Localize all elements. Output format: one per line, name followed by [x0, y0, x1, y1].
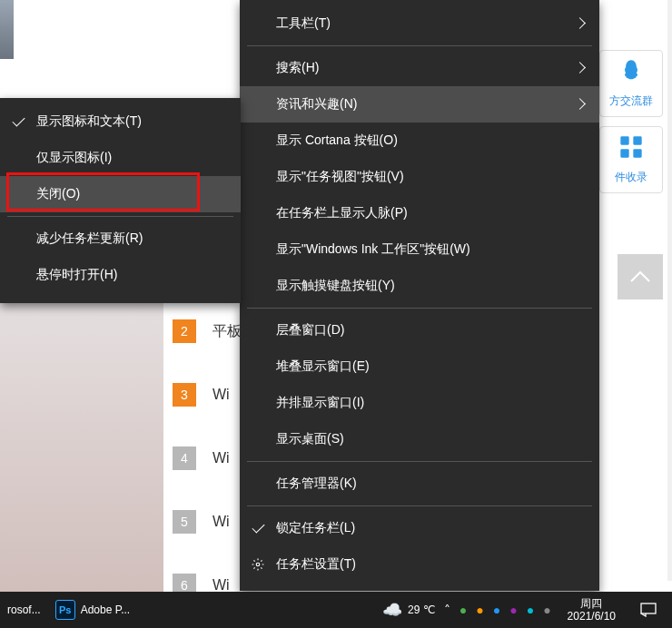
menu-item[interactable]: 资讯和兴趣(N)	[240, 86, 599, 123]
background-image-top	[0, 0, 14, 59]
menu-separator	[7, 216, 233, 217]
check-icon	[11, 114, 25, 129]
tray-status-icon[interactable]: ●	[543, 603, 550, 617]
tray-icons: ˄ ● ● ● ● ● ●	[444, 603, 551, 617]
submenu-item[interactable]: 显示图标和文本(T)	[0, 103, 241, 140]
day-label: 周四	[580, 597, 602, 610]
notification-icon	[640, 603, 657, 617]
tray-status-icon[interactable]: ●	[509, 603, 517, 617]
tray-status-icon[interactable]: ●	[476, 603, 483, 617]
taskbar-app-office[interactable]: rosof...	[0, 592, 48, 628]
gear-icon	[251, 557, 265, 572]
menu-item[interactable]: 任务栏设置(T)	[240, 546, 599, 583]
menu-separator	[247, 461, 592, 462]
clock[interactable]: 周四 2021/6/10	[560, 597, 623, 623]
tray-status-icon[interactable]: ●	[493, 603, 500, 617]
svg-rect-0	[620, 136, 628, 144]
menu-item-label: 任务管理器(K)	[276, 476, 357, 492]
taskbar-app-label: rosof...	[7, 603, 41, 616]
system-tray: ☁️ 29 ℃ ˄ ● ● ● ● ● ● 周四 2021/6/10	[375, 592, 672, 628]
list-item-label: Wi	[212, 387, 230, 403]
menu-item-label: 堆叠显示窗口(E)	[276, 358, 370, 375]
scroll-to-top-button[interactable]	[618, 254, 663, 299]
menu-item[interactable]: 显示"任务视图"按钮(V)	[240, 159, 599, 195]
menu-item-label: 显示触摸键盘按钮(Y)	[276, 278, 395, 294]
scrollbar-track[interactable]	[667, 0, 672, 581]
menu-item[interactable]: 堆叠显示窗口(E)	[240, 348, 599, 385]
tray-up-icon[interactable]: ˄	[444, 603, 450, 617]
list-item-label: Wi	[212, 514, 230, 530]
qq-group-card[interactable]: 方交流群	[599, 50, 663, 117]
menu-item[interactable]: 工具栏(T)	[240, 5, 599, 42]
submenu-item[interactable]: 关闭(O)	[0, 176, 241, 212]
svg-rect-1	[633, 136, 641, 144]
menu-item[interactable]: 并排显示窗口(I)	[240, 385, 599, 421]
menu-item-label: 显示桌面(S)	[276, 431, 344, 447]
menu-item-label: 显示"Windows Ink 工作区"按钮(W)	[276, 241, 470, 258]
menu-item-label: 显示"任务视图"按钮(V)	[276, 169, 404, 185]
menu-separator	[247, 308, 592, 309]
menu-item-label: 搜索(H)	[276, 60, 319, 76]
rank-badge: 2	[173, 319, 196, 343]
menu-item[interactable]: 任务管理器(K)	[240, 466, 599, 502]
menu-item[interactable]: 显示 Cortana 按钮(O)	[240, 123, 599, 159]
tray-status-icon[interactable]: ●	[527, 603, 534, 617]
taskbar-app-photoshop[interactable]: Ps Adobe P...	[48, 592, 138, 628]
chevron-up-icon	[629, 270, 651, 283]
submenu-item[interactable]: 减少任务栏更新(R)	[0, 221, 241, 257]
news-interests-submenu: 显示图标和文本(T)仅显示图标(I)关闭(O)减少任务栏更新(R)悬停时打开(H…	[0, 98, 241, 303]
menu-item[interactable]: 层叠窗口(D)	[240, 312, 599, 348]
chevron-right-icon	[576, 19, 585, 28]
check-icon	[251, 521, 265, 535]
menu-item-label: 资讯和兴趣(N)	[276, 96, 357, 113]
menu-item[interactable]: 锁定任务栏(L)	[240, 510, 599, 546]
rank-badge: 5	[173, 510, 196, 534]
menu-item[interactable]: 显示触摸键盘按钮(Y)	[240, 268, 599, 304]
submenu-item[interactable]: 悬停时打开(H)	[0, 257, 241, 293]
menu-item-label: 并排显示窗口(I)	[276, 395, 364, 411]
menu-separator	[247, 45, 592, 46]
chevron-right-icon	[576, 100, 585, 109]
cloud-icon: ☁️	[382, 600, 402, 620]
card-label: 件收录	[615, 170, 647, 185]
notifications-button[interactable]	[632, 592, 665, 628]
card-label: 方交流群	[609, 93, 653, 109]
menu-item-label: 层叠窗口(D)	[276, 322, 344, 339]
taskbar-app-label: Adobe P...	[81, 603, 131, 616]
svg-rect-2	[620, 149, 628, 157]
rank-badge: 3	[173, 383, 196, 407]
right-panel: 方交流群 件收录	[599, 50, 663, 193]
weather-widget[interactable]: ☁️ 29 ℃	[382, 600, 435, 620]
software-card[interactable]: 件收录	[599, 126, 663, 193]
background-image-left	[0, 299, 163, 617]
list-item-label: 平板	[212, 322, 242, 341]
date-label: 2021/6/10	[568, 610, 616, 623]
tray-status-icon[interactable]: ●	[460, 603, 467, 617]
menu-item[interactable]: 显示桌面(S)	[240, 421, 599, 457]
chevron-right-icon	[576, 64, 585, 73]
temperature-label: 29 ℃	[408, 603, 435, 616]
list-item-label: Wi	[212, 450, 230, 466]
photoshop-icon: Ps	[55, 600, 75, 620]
qq-penguin-icon	[618, 58, 644, 90]
menu-item[interactable]: 显示"Windows Ink 工作区"按钮(W)	[240, 231, 599, 268]
apps-icon	[618, 134, 644, 166]
submenu-item-label: 仅显示图标(I)	[36, 150, 112, 166]
submenu-item-label: 显示图标和文本(T)	[36, 113, 142, 130]
submenu-item-label: 关闭(O)	[36, 186, 80, 202]
menu-separator	[247, 505, 592, 506]
menu-item[interactable]: 搜索(H)	[240, 50, 599, 86]
menu-item[interactable]: 在任务栏上显示人脉(P)	[240, 195, 599, 231]
taskbar[interactable]: rosof... Ps Adobe P... ☁️ 29 ℃ ˄ ● ● ● ●…	[0, 592, 672, 628]
svg-rect-3	[633, 149, 641, 157]
menu-item-label: 任务栏设置(T)	[276, 556, 356, 573]
menu-item-label: 显示 Cortana 按钮(O)	[276, 132, 398, 149]
menu-item-label: 工具栏(T)	[276, 15, 331, 32]
taskbar-context-menu: 工具栏(T)搜索(H)资讯和兴趣(N)显示 Cortana 按钮(O)显示"任务…	[240, 0, 599, 591]
submenu-item[interactable]: 仅显示图标(I)	[0, 140, 241, 176]
rank-badge: 4	[173, 446, 196, 470]
menu-item-label: 锁定任务栏(L)	[276, 520, 355, 536]
svg-rect-5	[641, 603, 656, 613]
submenu-item-label: 减少任务栏更新(R)	[36, 231, 143, 247]
submenu-item-label: 悬停时打开(H)	[36, 267, 117, 283]
